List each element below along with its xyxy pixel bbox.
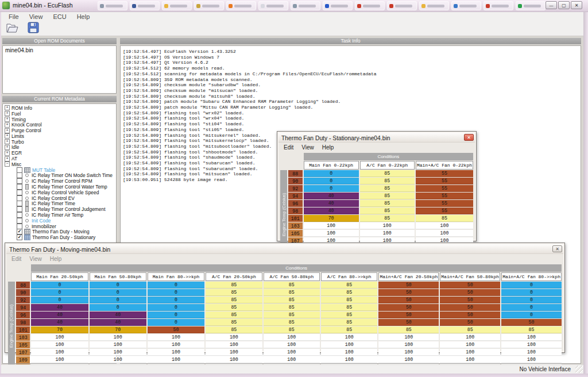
tree-item-knock-control[interactable]: +Knock Control: [5, 122, 116, 128]
table-cell[interactable]: 100: [378, 334, 439, 341]
table-cell[interactable]: 85: [264, 311, 320, 318]
table-cell[interactable]: 85: [206, 319, 262, 326]
table-cell[interactable]: 100: [31, 349, 88, 356]
checkbox[interactable]: [17, 234, 22, 240]
table-cell[interactable]: 55: [416, 193, 473, 199]
table-cell[interactable]: 100: [440, 341, 500, 348]
table-cell[interactable]: 100: [90, 349, 146, 356]
table-cell[interactable]: 100: [31, 334, 88, 341]
table-cell[interactable]: 85: [264, 282, 320, 288]
tree-item-ic-relay-timer-control-water-temp[interactable]: IC Relay Timer Control Water Temp: [5, 184, 116, 190]
table-cell[interactable]: 100: [206, 349, 262, 356]
table-cell[interactable]: 85: [206, 311, 262, 318]
table-cell[interactable]: 85: [264, 289, 320, 296]
menu-item-help[interactable]: Help: [318, 144, 338, 151]
table-cell[interactable]: 100: [264, 334, 320, 341]
table-cell[interactable]: 100: [206, 334, 262, 341]
table-cell[interactable]: 0: [304, 178, 359, 184]
table-cell[interactable]: 100: [206, 341, 262, 348]
expand-icon[interactable]: +: [5, 139, 10, 144]
table-cell[interactable]: 100: [501, 334, 562, 341]
row-header[interactable]: 105: [288, 230, 303, 237]
minimize-button[interactable]: [546, 1, 557, 9]
expand-icon[interactable]: +: [5, 145, 10, 150]
table-cell[interactable]: 100: [90, 341, 146, 348]
table-cell[interactable]: 85: [206, 304, 262, 311]
row-header[interactable]: 92: [288, 185, 303, 192]
close-icon[interactable]: [552, 245, 562, 252]
column-header[interactable]: A/C Fan 80->>kph: [321, 272, 377, 281]
table-cell[interactable]: 100: [90, 356, 146, 363]
table-cell[interactable]: 85: [360, 215, 415, 222]
table-cell[interactable]: 50: [440, 297, 500, 303]
table-cell[interactable]: 0: [501, 282, 562, 288]
table-cell[interactable]: 85: [264, 326, 320, 333]
table-cell[interactable]: 85: [321, 297, 377, 303]
rom-document-item[interactable]: mine04.bin: [5, 47, 114, 53]
row-header[interactable]: 109: [16, 356, 30, 363]
column-header[interactable]: A/C Fan 50-80kph: [264, 272, 320, 281]
tree-item-fuel[interactable]: +Fuel: [5, 111, 116, 117]
table-cell[interactable]: 50: [440, 304, 500, 311]
open-rom-button[interactable]: [5, 22, 21, 35]
row-header[interactable]: 98: [16, 319, 30, 326]
table-cell[interactable]: 85: [378, 326, 439, 333]
table-cell[interactable]: 85: [321, 304, 377, 311]
expand-icon[interactable]: +: [5, 105, 10, 110]
tree-item-thermo-fan-duty-stationary[interactable]: Thermo Fan Duty - Stationary: [5, 234, 116, 240]
row-header[interactable]: 96: [16, 311, 30, 318]
menu-item-edit[interactable]: Edit: [280, 144, 297, 151]
table-cell[interactable]: 0: [304, 185, 359, 192]
table-cell[interactable]: 55: [416, 178, 473, 184]
row-header[interactable]: 88: [16, 282, 30, 288]
row-header[interactable]: 101: [288, 215, 303, 222]
table-cell[interactable]: 0: [501, 289, 562, 296]
tree-item-ic-relay-timer-air-temp[interactable]: IC Relay Timer Air Temp: [5, 212, 116, 218]
table-cell[interactable]: 40: [90, 311, 146, 318]
checkbox[interactable]: [17, 172, 22, 178]
tree-item-thermo-fan-duty-moving[interactable]: Thermo Fan Duty - Moving: [5, 229, 116, 235]
menu-item-view[interactable]: View: [25, 256, 46, 262]
table-cell[interactable]: 85: [321, 319, 377, 326]
table-cell[interactable]: 40: [31, 311, 88, 318]
table-cell[interactable]: 85: [264, 304, 320, 311]
table-cell[interactable]: 85: [501, 326, 562, 333]
table-cell[interactable]: 100: [304, 222, 359, 229]
expand-icon[interactable]: +: [5, 122, 10, 128]
table-cell[interactable]: 50: [378, 289, 439, 296]
tree-item-turbo[interactable]: +Turbo: [5, 139, 116, 145]
table-cell[interactable]: 100: [378, 356, 439, 363]
table-cell[interactable]: 100: [321, 349, 377, 356]
expand-icon[interactable]: +: [5, 151, 10, 156]
row-header[interactable]: 98: [288, 207, 303, 214]
tree-item-limits[interactable]: +Limits: [5, 133, 116, 139]
menu-item-file[interactable]: File: [3, 13, 24, 20]
table-cell[interactable]: 40: [304, 193, 359, 199]
table-cell[interactable]: 50: [501, 319, 562, 326]
checkbox[interactable]: [17, 229, 22, 234]
menu-item-view[interactable]: View: [297, 144, 318, 151]
table-cell[interactable]: 100: [304, 230, 359, 237]
column-header[interactable]: Main+A/C Fan 50-80kph: [440, 272, 500, 281]
table-cell[interactable]: 55: [416, 200, 473, 207]
table-cell[interactable]: 0: [501, 297, 562, 303]
table-cell[interactable]: 55: [416, 185, 473, 192]
table-cell[interactable]: 100: [148, 334, 204, 341]
table-cell[interactable]: 100: [501, 356, 562, 363]
stationary-window-titlebar[interactable]: Thermo Fan Duty - Stationary-mine04.bin: [278, 133, 475, 143]
table-cell[interactable]: 40: [304, 200, 359, 207]
table-cell[interactable]: 50: [378, 304, 439, 311]
tree-item-init-code[interactable]: Init Code: [5, 218, 116, 224]
table-cell[interactable]: 50: [440, 319, 500, 326]
table-cell[interactable]: 0: [148, 319, 204, 326]
table-cell[interactable]: 100: [321, 356, 377, 363]
row-header[interactable]: 103: [16, 334, 30, 341]
tree-item-rom-info[interactable]: +ROM Info: [5, 105, 116, 111]
tree-item-ic-relay-timer-control-rpm[interactable]: IC Relay Timer Control RPM: [5, 178, 116, 184]
table-cell[interactable]: 50: [440, 282, 500, 288]
table-cell[interactable]: 85: [440, 326, 500, 333]
tree-item-purge-control[interactable]: +Purge Control: [5, 128, 116, 133]
checkbox[interactable]: [17, 224, 22, 229]
table-cell[interactable]: 100: [264, 356, 320, 363]
moving-window-titlebar[interactable]: Thermo Fan Duty - Moving-mine04.bin: [6, 244, 563, 254]
